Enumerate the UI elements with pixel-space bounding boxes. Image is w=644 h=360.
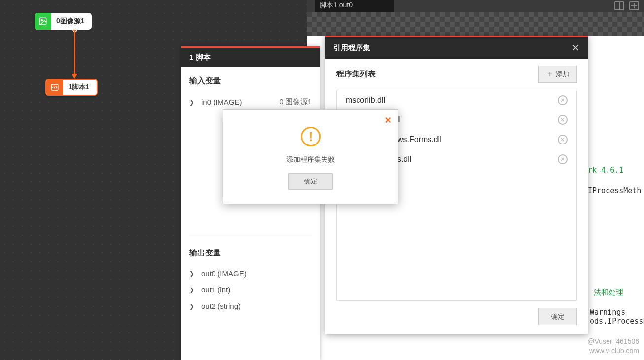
output-var-name: out2 (string) [201, 302, 241, 310]
alert-ok-button[interactable]: 确定 [288, 173, 333, 190]
output-var-row[interactable]: ❯ out0 (IMAGE) [189, 265, 312, 282]
divider [189, 234, 312, 234]
close-icon[interactable]: ✕ [572, 42, 580, 54]
input-var-name: in0 (IMAGE) [201, 98, 242, 106]
plus-icon: ＋ [546, 69, 554, 79]
add-assembly-button[interactable]: ＋ 添加 [538, 66, 577, 83]
code-comment: 法和处理 [594, 288, 623, 297]
watermark: @Vuser_461506 www.v-club.com [587, 337, 639, 356]
image-icon [35, 13, 51, 30]
panel-title: 1 脚本 [181, 48, 320, 67]
node-script[interactable]: 1脚本1 [45, 79, 98, 96]
assembly-row: mscorlib.dll ✕ [337, 90, 576, 110]
assembly-list-title: 程序集列表 [336, 69, 376, 79]
output-var-row[interactable]: ❯ out2 (string) [189, 298, 312, 314]
inputs-section-title: 输入变量 [189, 76, 312, 86]
input-var-value: 0 图像源1 [279, 97, 312, 107]
remove-assembly-icon[interactable]: ✕ [558, 95, 568, 105]
code-framework: rk 4.6.1 [588, 166, 623, 175]
output-var-row[interactable]: ❯ out1 (int) [189, 282, 312, 298]
node-image-source[interactable]: 0图像源1 [35, 13, 92, 30]
script-icon [46, 79, 63, 96]
dialog-title: 引用程序集 [333, 43, 370, 53]
chevron-right-icon: ❯ [189, 99, 196, 106]
output-var-name: out1 (int) [201, 286, 230, 294]
node-label: 1脚本1 [63, 83, 97, 92]
output-var-name: out0 (IMAGE) [201, 269, 247, 278]
error-alert: × ! 添加程序集失败 确定 [223, 109, 398, 204]
layout-add-icon[interactable] [629, 1, 639, 10]
code-interface-1: IProcessMeth [588, 186, 641, 195]
node-label: 0图像源1 [51, 17, 92, 26]
chevron-right-icon: ❯ [189, 303, 196, 310]
outputs-section-title: 输出变量 [189, 248, 312, 258]
code-warnings: Warnings [590, 308, 625, 317]
warning-icon: ! [301, 127, 321, 146]
input-var-row[interactable]: ❯ in0 (IMAGE) 0 图像源1 [189, 93, 312, 110]
preview-tab[interactable]: 脚本1.out0 [315, 0, 394, 12]
remove-assembly-icon[interactable]: ✕ [558, 154, 568, 164]
node-link [74, 31, 75, 74]
remove-assembly-icon[interactable]: ✕ [558, 135, 568, 144]
assembly-name: mscorlib.dll [346, 96, 385, 105]
chevron-right-icon: ❯ [189, 287, 196, 293]
dialog-ok-button[interactable]: 确定 [538, 308, 577, 325]
node-link-arrow [72, 74, 77, 79]
remove-assembly-icon[interactable]: ✕ [558, 115, 568, 125]
preview-transparency-bg [307, 12, 644, 36]
alert-message: 添加程序集失败 [286, 155, 335, 164]
svg-point-1 [41, 19, 42, 21]
alert-close-icon[interactable]: × [385, 114, 391, 127]
chevron-right-icon: ❯ [189, 270, 196, 277]
layout-split-icon[interactable] [614, 1, 624, 10]
code-interface-2: ods.IProcessMet [590, 317, 644, 325]
